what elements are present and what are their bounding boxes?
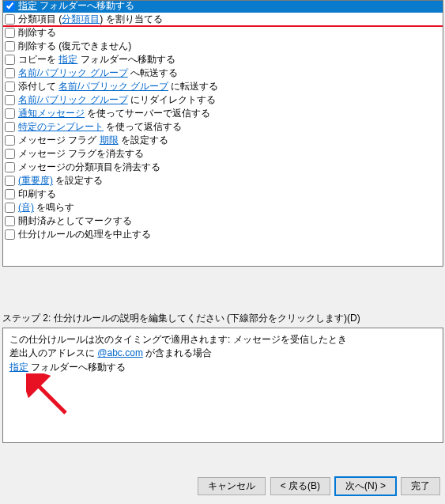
action-row[interactable]: 特定のテンプレート を使って返信する: [3, 120, 443, 134]
action-row[interactable]: (音) を鳴らす: [3, 201, 443, 214]
action-row[interactable]: 削除する (復元できません): [3, 40, 443, 53]
action-row[interactable]: 指定 フォルダーへ移動する: [3, 0, 443, 13]
action-link[interactable]: 名前/パブリック グループ: [58, 81, 168, 92]
action-link[interactable]: (重要度): [18, 175, 53, 186]
desc-line-1: この仕分けルールは次のタイミングで適用されます: メッセージを受信したとき: [9, 333, 436, 347]
action-checkbox[interactable]: [5, 95, 15, 105]
action-row[interactable]: 通知メッセージ を使ってサーバーで返信する: [3, 107, 443, 120]
action-checkbox[interactable]: [5, 149, 15, 159]
action-checkbox[interactable]: [5, 81, 15, 92]
desc-line-2: 差出人のアドレスに @abc.com が含まれる場合: [9, 347, 436, 360]
action-label: コピーを 指定 フォルダーへ移動する: [18, 53, 175, 66]
action-label: 名前/パブリック グループ へ転送する: [18, 66, 178, 80]
action-row[interactable]: メッセージ フラグ 期限 を設定する: [3, 134, 443, 147]
action-checkbox[interactable]: [5, 28, 15, 38]
action-row[interactable]: 名前/パブリック グループ へ転送する: [3, 66, 443, 80]
action-label: メッセージ フラグ 期限 を設定する: [18, 134, 168, 147]
action-label: 削除する (復元できません): [18, 40, 131, 53]
action-label: 印刷する: [18, 188, 56, 201]
action-checkbox[interactable]: [5, 68, 15, 78]
action-link[interactable]: 分類項目: [62, 13, 100, 25]
action-row[interactable]: 開封済みとしてマークする: [3, 214, 443, 228]
action-row[interactable]: 名前/パブリック グループ にリダイレクトする: [3, 93, 443, 107]
wizard-button-bar: キャンセル < 戻る(B) 次へ(N) > 完了: [0, 471, 445, 504]
action-checkbox[interactable]: [5, 189, 15, 199]
action-label: 添付して 名前/パブリック グループ に転送する: [18, 80, 218, 93]
action-checkbox[interactable]: [5, 122, 15, 132]
action-row[interactable]: 仕分けルールの処理を中止する: [3, 228, 443, 241]
action-checkbox[interactable]: [5, 176, 15, 186]
desc-line-3: 指定 フォルダーへ移動する: [9, 361, 436, 374]
action-checkbox[interactable]: [5, 203, 15, 213]
action-label: 名前/パブリック グループ にリダイレクトする: [18, 93, 216, 107]
action-label: 通知メッセージ を使ってサーバーで返信する: [18, 107, 210, 120]
action-row[interactable]: 削除する: [3, 26, 443, 40]
desc-address-link[interactable]: @abc.com: [97, 347, 143, 358]
action-checkbox[interactable]: [5, 162, 15, 172]
action-link[interactable]: (音): [18, 202, 34, 213]
finish-button[interactable]: 完了: [401, 477, 440, 495]
action-label: 削除する: [18, 26, 56, 40]
action-label: 指定 フォルダーへ移動する: [18, 0, 134, 13]
action-row[interactable]: 印刷する: [3, 188, 443, 201]
next-button[interactable]: 次へ(N) >: [335, 477, 396, 495]
action-link[interactable]: 指定: [18, 0, 37, 11]
back-button[interactable]: < 戻る(B): [270, 477, 330, 495]
step2-label: ステップ 2: 仕分けルールの説明を編集してください (下線部分をクリックします…: [2, 312, 360, 325]
action-row[interactable]: 添付して 名前/パブリック グループ に転送する: [3, 80, 443, 93]
desc-folder-link[interactable]: 指定: [9, 362, 28, 373]
action-row[interactable]: (重要度) を設定する: [3, 174, 443, 188]
action-checkbox[interactable]: [5, 55, 15, 65]
action-checkbox[interactable]: [5, 14, 15, 25]
action-label: 仕分けルールの処理を中止する: [18, 228, 151, 241]
action-row[interactable]: 分類項目 (分類項目) を割り当てる: [3, 13, 443, 26]
action-label: メッセージ フラグを消去する: [18, 147, 144, 161]
action-label: 特定のテンプレート を使って返信する: [18, 120, 182, 134]
action-checkbox[interactable]: [5, 1, 15, 11]
action-label: 開封済みとしてマークする: [18, 214, 132, 228]
action-checkbox[interactable]: [5, 41, 15, 51]
action-checkbox[interactable]: [5, 108, 15, 119]
action-label: (音) を鳴らす: [18, 201, 74, 214]
action-label: (重要度) を設定する: [18, 174, 103, 188]
actions-list-panel: 指定 フォルダーへ移動する分類項目 (分類項目) を割り当てる削除する削除する …: [2, 0, 443, 267]
action-link[interactable]: 指定: [58, 54, 77, 65]
action-link[interactable]: 名前/パブリック グループ: [18, 94, 128, 105]
cancel-button[interactable]: キャンセル: [198, 477, 266, 495]
rule-description-panel: この仕分けルールは次のタイミングで適用されます: メッセージを受信したとき 差出…: [2, 328, 443, 443]
action-checkbox[interactable]: [5, 229, 15, 240]
action-row[interactable]: コピーを 指定 フォルダーへ移動する: [3, 53, 443, 66]
action-link[interactable]: 通知メッセージ: [18, 108, 85, 119]
action-link[interactable]: 特定のテンプレート: [18, 121, 104, 132]
highlight-underline: [3, 25, 443, 27]
action-label: メッセージの分類項目を消去する: [18, 161, 160, 174]
action-link[interactable]: 名前/パブリック グループ: [18, 67, 128, 78]
action-checkbox[interactable]: [5, 216, 15, 226]
action-row[interactable]: メッセージ フラグを消去する: [3, 147, 443, 161]
action-row[interactable]: メッセージの分類項目を消去する: [3, 161, 443, 174]
action-checkbox[interactable]: [5, 135, 15, 146]
action-link[interactable]: 期限: [100, 135, 119, 146]
action-label: 分類項目 (分類項目) を割り当てる: [18, 13, 163, 26]
